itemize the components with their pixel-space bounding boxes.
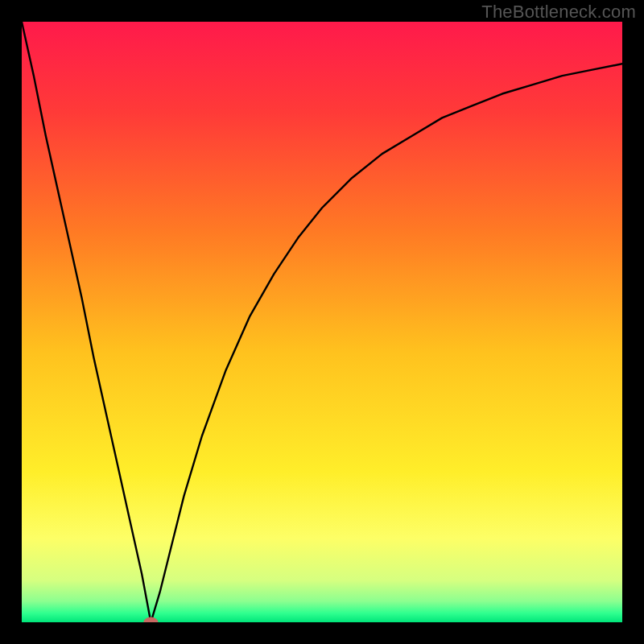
watermark-text: TheBottleneck.com <box>481 2 636 23</box>
chart-frame: TheBottleneck.com <box>0 0 644 644</box>
chart-plot <box>22 22 622 622</box>
chart-background <box>22 22 622 622</box>
